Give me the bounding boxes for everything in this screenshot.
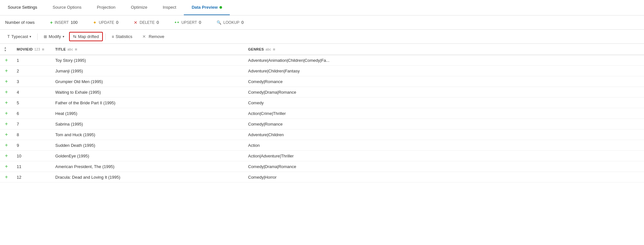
delete-count-value: 0 xyxy=(157,20,159,25)
lookup-icon: 🔍 xyxy=(217,20,221,25)
th-title-schema-icon[interactable]: ≡ xyxy=(75,47,77,52)
cell-genres: Action|Crime|Thriller xyxy=(244,108,644,119)
row-add-icon[interactable]: + xyxy=(0,76,13,87)
row-add-icon[interactable]: + xyxy=(0,66,13,76)
table-row: +5Father of the Bride Part II (1995)Come… xyxy=(0,98,644,108)
row-add-icon[interactable]: + xyxy=(0,129,13,140)
count-item-insert: + INSERT100 xyxy=(50,20,78,25)
table-row: +11American President, The (1995)Comedy|… xyxy=(0,161,644,172)
row-add-icon[interactable]: + xyxy=(0,55,13,66)
map-drifted-label: Map drifted xyxy=(78,34,99,39)
count-item-delete: ✕ DELETE0 xyxy=(134,20,159,25)
th-genres-schema-icon[interactable]: ≡ xyxy=(273,47,275,52)
table-row: +3Grumpier Old Men (1995)Comedy|Romance xyxy=(0,76,644,87)
cell-movieid: 1 xyxy=(13,55,51,66)
nav-item-source-settings[interactable]: Source Settings xyxy=(0,0,45,15)
cell-title: American President, The (1995) xyxy=(51,161,244,172)
cell-movieid: 4 xyxy=(13,87,51,98)
row-counts-label: Number of rows xyxy=(5,20,35,25)
cell-movieid: 7 xyxy=(13,119,51,129)
cell-title: Tom and Huck (1995) xyxy=(51,129,244,140)
update-count-value: 0 xyxy=(116,20,118,25)
toolbar-divider-after-map xyxy=(105,33,106,40)
cell-genres: Adventure|Children xyxy=(244,129,644,140)
th-movieid-schema-icon[interactable]: ≡ xyxy=(42,47,44,52)
top-navigation: Source SettingsSource OptionsProjectionO… xyxy=(0,0,644,15)
cell-movieid: 12 xyxy=(13,172,51,183)
nav-item-projection[interactable]: Projection xyxy=(89,0,123,15)
table-row: +4Waiting to Exhale (1995)Comedy|Drama|R… xyxy=(0,87,644,98)
insert-count-label: INSERT xyxy=(55,20,69,25)
delete-count-label: DELETE xyxy=(139,20,155,25)
table-row: +8Tom and Huck (1995)Adventure|Children xyxy=(0,129,644,140)
cell-title: Sabrina (1995) xyxy=(51,119,244,129)
stats-icon: ≡ xyxy=(112,34,114,39)
remove-label: Remove xyxy=(149,34,164,39)
nav-item-inspect[interactable]: Inspect xyxy=(155,0,184,15)
nav-item-optimize[interactable]: Optimize xyxy=(123,0,155,15)
table-row: +1Toy Story (1995)Adventure|Animation|Ch… xyxy=(0,55,644,66)
cell-genres: Comedy|Romance xyxy=(244,119,644,129)
modify-label: Modify xyxy=(49,34,61,39)
th-title: TITLE abc ≡ xyxy=(51,44,244,55)
modify-icon: ⊞ xyxy=(44,34,47,39)
th-genres: GENRES abc ≡ xyxy=(244,44,644,55)
row-add-icon[interactable]: + xyxy=(0,140,13,151)
toolbar-btn-typecast[interactable]: TTypecast ▾ xyxy=(4,32,35,41)
row-add-icon[interactable]: + xyxy=(0,161,13,172)
th-genres-type: abc xyxy=(265,48,271,51)
nav-item-data-preview[interactable]: Data Preview xyxy=(184,0,230,15)
row-add-icon[interactable]: + xyxy=(0,108,13,119)
cell-movieid: 5 xyxy=(13,98,51,108)
cell-genres: Adventure|Animation|Children|Comedy|Fa..… xyxy=(244,55,644,66)
toolbar-btn-statistics[interactable]: ≡Statistics xyxy=(108,32,136,41)
cell-genres: Action|Adventure|Thriller xyxy=(244,151,644,161)
cell-genres: Comedy|Drama|Romance xyxy=(244,87,644,98)
cell-title: Jumanji (1995) xyxy=(51,66,244,76)
cell-movieid: 8 xyxy=(13,129,51,140)
cell-genres: Comedy|Drama|Romance xyxy=(244,161,644,172)
row-add-icon[interactable]: + xyxy=(0,151,13,161)
cell-title: Heat (1995) xyxy=(51,108,244,119)
typecast-label: Typecast xyxy=(11,34,28,39)
toolbar-btn-remove[interactable]: ✕Remove xyxy=(137,32,168,41)
th-movieid: MOVIEID 123 ≡ xyxy=(13,44,51,55)
count-item-upsert: ✦✦ UPSERT0 xyxy=(174,20,201,25)
update-count-label: UPDATE xyxy=(99,20,114,25)
insert-count-value: 100 xyxy=(71,20,78,25)
nav-item-source-options[interactable]: Source Options xyxy=(45,0,89,15)
typecast-icon: T xyxy=(7,34,10,39)
count-item-update: ✦ UPDATE0 xyxy=(93,20,118,25)
th-title-label: TITLE xyxy=(55,47,66,51)
delete-icon: ✕ xyxy=(134,20,138,25)
cell-genres: Adventure|Children|Fantasy xyxy=(244,66,644,76)
row-add-icon[interactable]: + xyxy=(0,87,13,98)
cell-movieid: 9 xyxy=(13,140,51,151)
row-add-icon[interactable]: + xyxy=(0,98,13,108)
toolbar-btn-modify[interactable]: ⊞Modify ▾ xyxy=(40,32,67,41)
toolbar-btn-map-drifted[interactable]: ⇆Map drifted xyxy=(69,32,103,41)
upsert-icon: ✦✦ xyxy=(174,21,179,24)
cell-title: Toy Story (1995) xyxy=(51,55,244,66)
row-add-icon[interactable]: + xyxy=(0,119,13,129)
cell-genres: Action xyxy=(244,140,644,151)
cell-title: Father of the Bride Part II (1995) xyxy=(51,98,244,108)
th-movieid-label: MOVIEID xyxy=(17,47,33,51)
table-row: +9Sudden Death (1995)Action xyxy=(0,140,644,151)
th-title-type: abc xyxy=(67,48,73,51)
chevron-down-icon: ▾ xyxy=(30,35,31,38)
data-table-container[interactable]: ▲▼ MOVIEID 123 ≡ TITLE abc ≡ xyxy=(0,44,644,245)
th-action: ▲▼ xyxy=(0,44,13,55)
cell-genres: Comedy|Romance xyxy=(244,76,644,87)
upsert-count-value: 0 xyxy=(199,20,201,25)
table-row: +12Dracula: Dead and Loving It (1995)Com… xyxy=(0,172,644,183)
sort-icon[interactable]: ▲▼ xyxy=(4,46,7,52)
statistics-label: Statistics xyxy=(116,34,132,39)
cell-movieid: 11 xyxy=(13,161,51,172)
insert-icon: + xyxy=(50,20,53,25)
cell-movieid: 6 xyxy=(13,108,51,119)
row-add-icon[interactable]: + xyxy=(0,172,13,183)
table-row: +2Jumanji (1995)Adventure|Children|Fanta… xyxy=(0,66,644,76)
update-icon: ✦ xyxy=(93,20,97,25)
map-icon: ⇆ xyxy=(73,34,76,39)
